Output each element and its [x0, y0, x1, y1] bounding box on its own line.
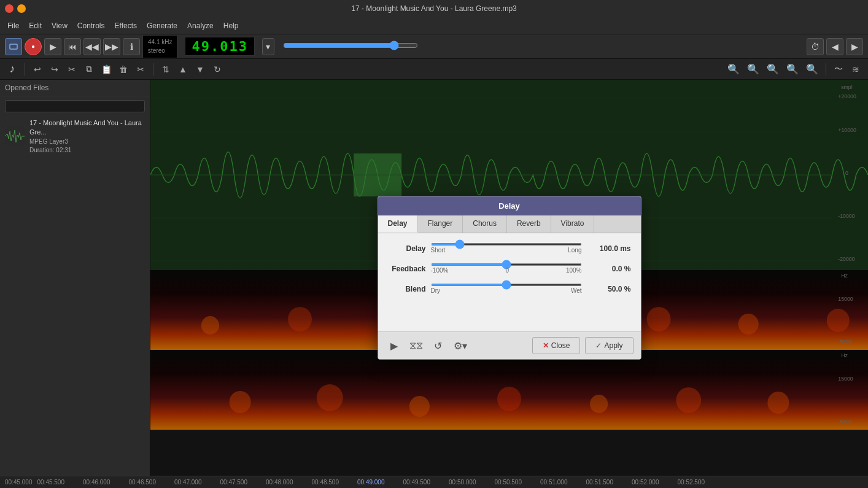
tab-flanger[interactable]: Flanger	[418, 215, 463, 233]
timeline-label: 00:49.500	[403, 479, 431, 486]
main-area: Opened Files 17 - Moonlight Music And Yo…	[0, 80, 868, 476]
toolbar: ♪ ↩ ↪ ✂ ⧉ 📋 🗑 ✂ ⇅ ▲ ▼ ↻ 🔍 🔍 🔍 🔍 🔍 〜 ≋	[0, 59, 868, 80]
dialog-content: Delay Short Long 100.0 ms Feedback	[378, 233, 641, 331]
menu-view[interactable]: View	[47, 19, 72, 33]
menubar: File Edit View Controls Effects Generate…	[0, 17, 868, 34]
menu-controls[interactable]: Controls	[72, 19, 110, 33]
fastforward-button[interactable]: ▶▶	[103, 38, 120, 55]
nav-forward-button[interactable]: ▶	[846, 38, 863, 55]
feedback-slider[interactable]	[431, 263, 582, 266]
close-button[interactable]: ✕ Close	[532, 337, 581, 354]
loop-preview-button[interactable]: ⧖⧖	[408, 337, 425, 354]
apply-label: Apply	[604, 341, 622, 350]
delay-label: Delay	[388, 244, 431, 253]
file-info: 17 - Moonlight Music And You - Laura Gre…	[29, 118, 145, 155]
up-button[interactable]: ▲	[176, 62, 190, 77]
timeline-label: 00:51.000	[540, 479, 568, 486]
blend-row: Blend Dry Wet 50.0 %	[388, 284, 631, 294]
menu-edit[interactable]: Edit	[24, 19, 47, 33]
tab-vibrato[interactable]: Vibrato	[551, 215, 595, 233]
window-controls	[5, 4, 26, 13]
file-list-item[interactable]: 17 - Moonlight Music And You - Laura Gre…	[0, 116, 150, 157]
waveform-area[interactable]: // Generate waveform data inline smpl +2…	[150, 80, 868, 476]
info-button[interactable]: ℹ	[123, 38, 140, 55]
zoom-fit-button[interactable]: 🔍	[764, 62, 781, 76]
timeline-label: 00:45.000	[5, 479, 33, 486]
copy-button[interactable]: ⧉	[82, 62, 96, 77]
record-button[interactable]: ●	[25, 38, 42, 55]
play-button[interactable]: ▶	[44, 38, 61, 55]
toolbar-separator3	[826, 63, 826, 76]
zoom-reset-button[interactable]: 🔍	[804, 62, 821, 76]
tab-chorus[interactable]: Chorus	[463, 215, 507, 233]
time-settings-button[interactable]: ▾	[262, 38, 274, 55]
feedback-slider-wrap: -100% 0 100%	[431, 263, 582, 274]
timeline-label: 00:51.500	[586, 479, 614, 486]
titlebar: 17 - Moonlight Music And You - Laura Gre…	[0, 0, 868, 17]
paste-button[interactable]: 📋	[99, 62, 114, 77]
timeline-label: 00:46.000	[83, 479, 110, 486]
undo-button[interactable]: ↩	[30, 62, 45, 77]
timeline-label: 00:49.000	[357, 479, 385, 486]
file-thumbnail	[5, 126, 25, 146]
file-duration: Duration: 02:31	[29, 146, 145, 155]
menu-file[interactable]: File	[2, 19, 24, 33]
timeline-label: 00:50.000	[449, 479, 476, 486]
zoom-out-button[interactable]: 🔍	[745, 62, 762, 76]
delay-slider[interactable]	[431, 243, 582, 246]
minimize-window-button[interactable]	[17, 4, 26, 13]
feedback-min-label: -100%	[431, 267, 449, 274]
dialog-title: Delay	[378, 196, 641, 215]
revert-button[interactable]: ↺	[430, 337, 447, 354]
blend-slider-wrap: Dry Wet	[431, 284, 582, 294]
align-button[interactable]: ⇅	[158, 62, 173, 77]
redo-button[interactable]: ↪	[47, 62, 62, 77]
menu-analyze[interactable]: Analyze	[182, 19, 219, 33]
zoom-in-button[interactable]: 🔍	[725, 62, 742, 76]
settings-button[interactable]: ⚙▾	[452, 337, 469, 354]
menu-help[interactable]: Help	[219, 19, 244, 33]
preview-play-button[interactable]: ▶	[386, 337, 403, 354]
close-window-button[interactable]	[5, 4, 14, 13]
sample-rate-value: 44.1 kHz	[148, 38, 172, 47]
menu-generate[interactable]: Generate	[142, 19, 182, 33]
music-icon: ♪	[5, 62, 20, 77]
delay-slider-wrap: Short Long	[431, 243, 582, 254]
blend-value: 50.0 %	[582, 285, 631, 293]
toolbar-separator	[25, 63, 25, 76]
cut-button[interactable]: ✂	[64, 62, 79, 77]
window-title: 17 - Moonlight Music And You - Laura Gre…	[351, 4, 517, 13]
rewind-button[interactable]: ◀◀	[83, 38, 101, 55]
timeline-label: 00:52.500	[678, 479, 705, 486]
timeline: 00:45.000 00:45.500 00:46.000 00:46.500 …	[0, 476, 868, 488]
goto-start-button[interactable]: ⏮	[64, 38, 81, 55]
dialog-tabs: Delay Flanger Chorus Reverb Vibrato	[378, 215, 641, 233]
timeline-label: 00:46.500	[129, 479, 157, 486]
loop-button[interactable]: ↻	[210, 62, 225, 77]
toolbar-separator2	[153, 63, 153, 76]
spectrogram-view-button[interactable]: ≋	[848, 62, 863, 77]
volume-slider[interactable]	[283, 41, 418, 50]
channels-value: stereo	[148, 47, 172, 55]
blend-label: Blend	[388, 285, 431, 293]
waveform-view-button[interactable]: 〜	[831, 62, 846, 77]
feedback-value: 0.0 %	[582, 265, 631, 273]
timeline-label: 00:48.500	[312, 479, 339, 486]
zoom-width-button[interactable]: 🔍	[784, 62, 801, 76]
timeline-label: 00:48.000	[266, 479, 293, 486]
menu-effects[interactable]: Effects	[110, 19, 142, 33]
footer-controls: ▶ ⧖⧖ ↺ ⚙▾	[386, 337, 469, 354]
trim-button[interactable]: ✂	[133, 62, 148, 77]
down-button[interactable]: ▼	[193, 62, 207, 77]
footer-action-buttons: ✕ Close ✓ Apply	[532, 337, 634, 354]
apply-button[interactable]: ✓ Apply	[585, 337, 633, 354]
delay-min-label: Short	[431, 247, 446, 254]
tab-delay[interactable]: Delay	[378, 215, 418, 233]
tab-reverb[interactable]: Reverb	[507, 215, 551, 233]
blend-slider[interactable]	[431, 284, 582, 286]
history-button[interactable]: ⏱	[807, 38, 824, 55]
sidebar-search[interactable]	[5, 100, 145, 112]
delete-button[interactable]: 🗑	[116, 62, 131, 77]
nav-back-button[interactable]: ◀	[826, 38, 843, 55]
screen-button[interactable]	[5, 38, 22, 55]
